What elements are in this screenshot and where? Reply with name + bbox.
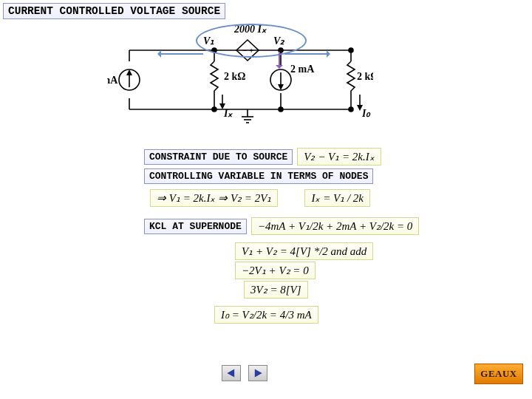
nav-controls	[222, 365, 267, 381]
svg-marker-8	[126, 69, 132, 75]
svg-point-23	[349, 107, 353, 112]
derivation-eq-2: −2V₁ + V₂ = 0	[235, 262, 316, 279]
prev-button[interactable]	[222, 365, 241, 381]
svg-point-20	[212, 107, 216, 112]
final-io-equation: I₀ = V₂/2k = 4/3 mA	[214, 306, 318, 324]
svg-point-21	[279, 107, 283, 112]
svg-marker-15	[278, 84, 284, 90]
derivation-eq-1: V₁ + V₂ = 4[V] */2 and add	[235, 242, 373, 260]
io-label: I₀	[361, 108, 371, 119]
controlling-label: CONTROLLING VARIABLE IN TERMS OF NODES	[144, 168, 373, 184]
derivation-eq-3: 3V₂ = 8[V]	[244, 281, 308, 299]
svg-point-22	[349, 48, 353, 52]
controlling-eq2: Iₓ = V₁ / 2k	[304, 189, 370, 207]
node-v1-label: V₁	[203, 35, 214, 47]
svg-point-18	[212, 48, 216, 52]
right-source-label: 2 mA	[290, 64, 315, 75]
r-mid-label: 2 kΩ	[224, 71, 246, 82]
constraint-label: CONSTRAINT DUE TO SOURCE	[144, 149, 293, 165]
controlling-eq1: ⇒ V₁ = 2k.Iₓ ⇒ V₂ = 2V₁	[150, 189, 278, 207]
annotation-arrow	[159, 53, 203, 55]
page-title: CURRENT CONTROLLED VOLTAGE SOURCE	[3, 3, 225, 19]
r-right-label: 2 kΩ	[357, 71, 373, 82]
dep-source-label: 2000 Iₓ	[233, 24, 267, 35]
ix-label: Iₓ	[223, 108, 233, 119]
annotation-arrow	[279, 52, 280, 68]
kcl-equation: −4mA + V₁/2k + 2mA + V₂/2k = 0	[251, 217, 420, 235]
constraint-equation: V₂ − V₁ = 2k.Iₓ	[297, 148, 381, 166]
triangle-left-icon	[226, 368, 236, 378]
svg-text:− +: − +	[242, 46, 253, 55]
svg-marker-33	[255, 369, 262, 377]
geaux-button[interactable]: GEAUX	[474, 364, 523, 384]
left-source-label: 4 mA	[107, 75, 118, 86]
triangle-right-icon	[253, 368, 263, 378]
node-v2-label: V₂	[273, 35, 285, 47]
kcl-label: KCL AT SUPERNODE	[144, 219, 247, 234]
circuit-diagram: − + 2000 Iₓ V₁ V₂ 4 mA 2 kΩ	[107, 21, 373, 132]
svg-marker-32	[227, 369, 234, 377]
annotation-arrow	[284, 53, 329, 55]
next-button[interactable]	[248, 365, 267, 381]
